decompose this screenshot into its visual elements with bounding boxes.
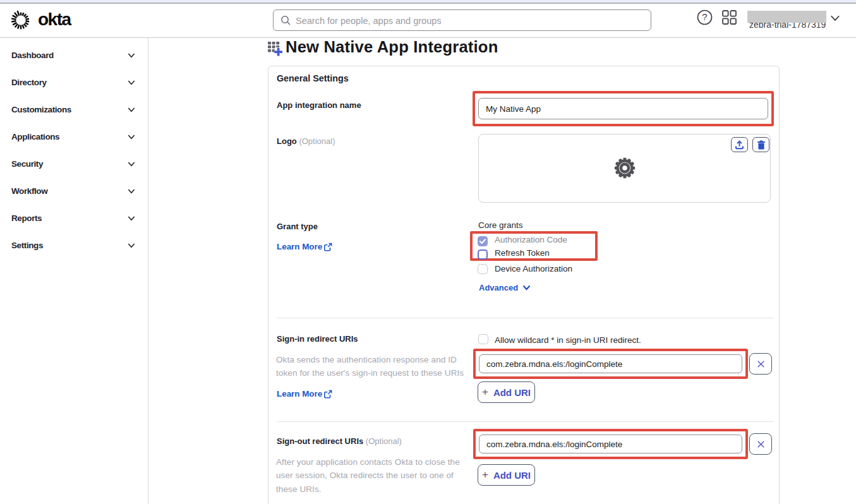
svg-text:?: ? (702, 11, 707, 22)
